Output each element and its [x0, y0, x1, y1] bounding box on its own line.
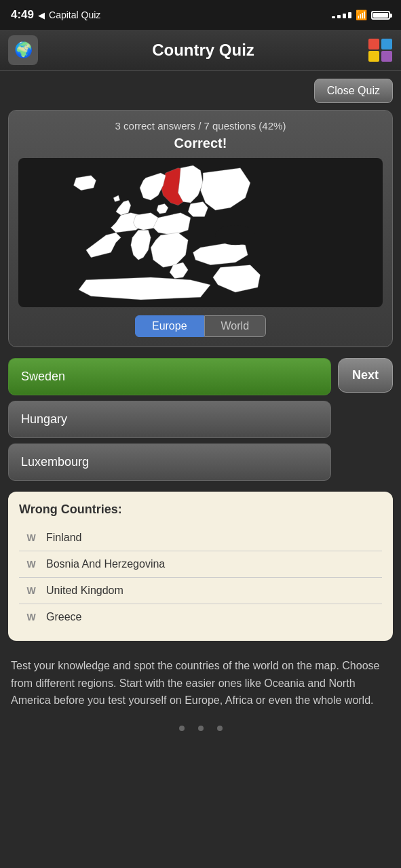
map-tabs: Europe World	[18, 315, 383, 337]
wrong-country-label-uk: United Kingdom	[46, 585, 123, 597]
wrong-icon-finland: W	[24, 532, 38, 543]
quiz-stats: 3 correct answers / 7 questions (42%)	[18, 120, 383, 132]
app-header: 🌍 Country Quiz	[0, 30, 401, 71]
signal-icon	[332, 12, 351, 18]
wrong-country-label-greece: Greece	[46, 611, 81, 623]
description-text: Test your knowledge and spot the countri…	[8, 657, 393, 709]
nav-dot-1	[179, 726, 185, 731]
main-content: Close Quiz 3 correct answers / 7 questio…	[0, 71, 401, 753]
wrong-country-greece: W Greece	[19, 604, 382, 630]
wrong-icon-uk: W	[24, 585, 38, 596]
next-button[interactable]: Next	[338, 358, 393, 393]
app-title: Country Quiz	[38, 41, 368, 60]
status-bar: 4:49 ◀ Capital Quiz 📶	[0, 0, 401, 30]
back-label[interactable]: Capital Quiz	[49, 9, 100, 20]
europe-map	[18, 158, 383, 307]
answer-button-sweden[interactable]: Sweden	[8, 358, 331, 395]
map-container	[18, 158, 383, 307]
bottom-nav	[8, 726, 393, 745]
wrong-icon-greece: W	[24, 612, 38, 623]
nav-dot-2	[198, 726, 204, 731]
answer-button-hungary[interactable]: Hungary	[8, 401, 331, 438]
wrong-country-label-finland: Finland	[46, 532, 81, 544]
status-left: 4:49 ◀ Capital Quiz	[11, 8, 100, 22]
close-quiz-row: Close Quiz	[8, 79, 393, 103]
wrong-countries-box: Wrong Countries: W Finland W Bosnia And …	[8, 492, 393, 641]
wrong-country-bosnia: W Bosnia And Herzegovina	[19, 551, 382, 578]
answer-button-luxembourg[interactable]: Luxembourg	[8, 443, 331, 481]
wrong-country-label-bosnia: Bosnia And Herzegovina	[46, 558, 165, 570]
quiz-card: 3 correct answers / 7 questions (42%) Co…	[8, 110, 393, 347]
answer-section: Sweden Hungary Luxembourg Next	[8, 358, 393, 481]
color-grid-icon	[368, 39, 393, 62]
wrong-country-uk: W United Kingdom	[19, 578, 382, 604]
logo-emoji: 🌍	[14, 41, 33, 59]
status-right: 📶	[332, 9, 390, 20]
wrong-country-finland: W Finland	[19, 525, 382, 551]
wrong-countries-title: Wrong Countries:	[19, 502, 382, 517]
svg-marker-12	[188, 202, 208, 217]
app-logo: 🌍	[8, 35, 38, 65]
back-arrow: ◀	[38, 10, 45, 20]
status-time: 4:49	[11, 8, 34, 22]
answer-buttons: Sweden Hungary Luxembourg	[8, 358, 331, 481]
tab-europe[interactable]: Europe	[135, 315, 204, 337]
result-label: Correct!	[18, 136, 383, 151]
battery-icon	[371, 11, 390, 20]
svg-point-17	[216, 225, 256, 245]
svg-marker-19	[79, 277, 210, 300]
nav-dot-3	[217, 726, 223, 731]
close-quiz-button[interactable]: Close Quiz	[314, 79, 393, 103]
tab-world[interactable]: World	[204, 315, 267, 337]
wrong-icon-bosnia: W	[24, 559, 38, 570]
wifi-icon: 📶	[356, 9, 367, 20]
